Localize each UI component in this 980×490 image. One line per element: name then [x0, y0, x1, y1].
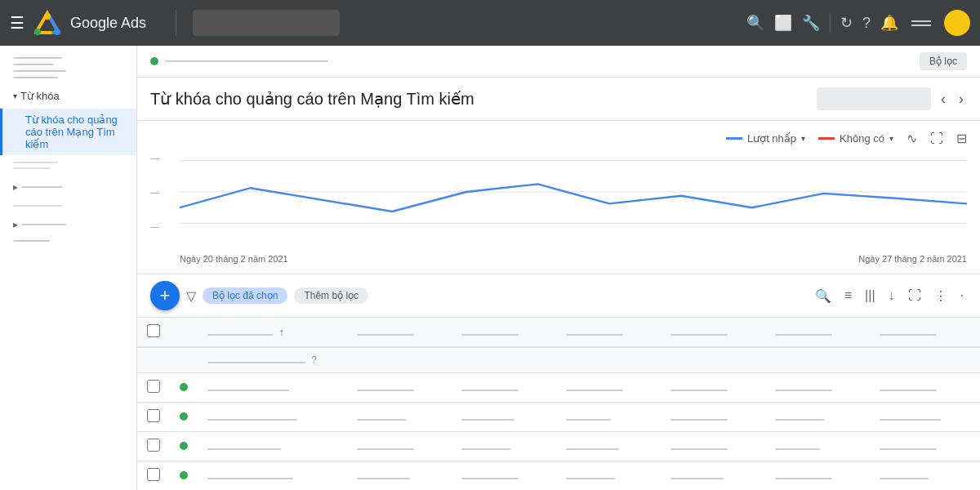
sort-arrow-icon: ↑ [279, 327, 284, 338]
y-label-mid: — [150, 187, 175, 197]
expand-chart-icon[interactable]: ⛶ [930, 131, 943, 146]
columns-icon-btn[interactable]: ≡ [841, 288, 855, 303]
chart-area: Lượt nhấp ▾ Không có ▾ ∿ ⛶ ⊟ — — — [137, 121, 980, 274]
add-button[interactable]: + [150, 281, 180, 310]
legend-clicks-label: Lượt nhấp [747, 132, 796, 145]
sidebar: ▾ Từ khóa Từ khóa cho quảng cáo trên Mạn… [0, 46, 137, 490]
legend-dropdown-clicks[interactable]: ▾ [801, 134, 805, 143]
y-label-bottom: — [150, 221, 175, 231]
topnav-divider2 [830, 13, 831, 33]
svg-point-4 [54, 29, 60, 35]
sidebar-group-1[interactable]: ▸ [0, 176, 136, 198]
trend-icon[interactable]: ∿ [906, 131, 917, 146]
y-label-top: — [150, 153, 175, 163]
date-end: Ngày 27 tháng 2 năm 2021 [858, 254, 967, 264]
filter-button[interactable]: Bộ lọc [920, 52, 967, 70]
filter-pill-1[interactable]: Bộ lọc đã chọn [203, 287, 287, 304]
row-status-dot [180, 471, 188, 479]
date-start: Ngày 20 tháng 2 năm 2021 [180, 254, 288, 264]
table-subheader-row: ? [137, 347, 980, 373]
sidebar-subitem-label: Từ khóa cho quảng cáo trên Mạng Tìm kiếm [25, 114, 118, 150]
table-row [137, 461, 980, 491]
page-header: Từ khóa cho quảng cáo trên Mạng Tìm kiếm… [137, 78, 980, 121]
row-status-dot [180, 383, 188, 391]
page-title: Từ khóa cho quảng cáo trên Mạng Tìm kiếm [150, 89, 817, 109]
download-icon-btn[interactable]: ↓ [885, 288, 898, 303]
chevron-right-icon-2: ▸ [13, 219, 18, 230]
header-col3 [452, 318, 556, 347]
avatar[interactable] [944, 10, 970, 36]
sidebar-line-4 [0, 77, 136, 78]
legend-dropdown-none[interactable]: ▾ [889, 134, 893, 143]
sidebar-group-2[interactable]: ▸ [0, 214, 136, 235]
table-row [137, 432, 980, 461]
header-col4 [556, 318, 661, 347]
tools-icon[interactable]: 🔧 [802, 14, 820, 32]
header-keyword[interactable]: ↑ [198, 318, 347, 347]
next-button[interactable]: › [956, 91, 967, 108]
svg-point-3 [44, 13, 51, 20]
chart-y-labels: — — — [150, 153, 175, 231]
more-icon-btn[interactable]: ⋮ [931, 288, 951, 304]
table-row [137, 403, 980, 432]
hamburger-icon[interactable]: ☰ [10, 13, 24, 33]
header-checkbox [137, 318, 170, 347]
google-ads-logo [34, 10, 60, 36]
row-checkbox[interactable] [147, 468, 160, 481]
sidebar-line-bottom [0, 240, 136, 242]
sidebar-sublines [0, 155, 136, 176]
sidebar-section-label: Từ khóa [20, 90, 60, 102]
row-checkbox[interactable] [147, 439, 160, 452]
search-bar[interactable] [193, 10, 340, 36]
account-lines[interactable] [911, 20, 931, 26]
chevron-down-icon: ▾ [13, 91, 17, 100]
chart-icon-btn[interactable]: ||| [862, 288, 878, 303]
help-icon-subheader[interactable]: ? [311, 354, 317, 366]
legend-item-clicks: Lượt nhấp ▾ [726, 132, 805, 145]
prev-button[interactable]: ‹ [938, 91, 949, 108]
chevron-right-icon: ▸ [13, 181, 18, 193]
legend-none-label: Không có [840, 132, 884, 145]
chart-wrapper: — — — [150, 153, 967, 251]
sidebar-line-2 [0, 64, 136, 65]
topnav-icons: 🔍 ⬜ 🔧 ↻ ? 🔔 [746, 10, 970, 36]
settings-chart-icon[interactable]: ⊟ [956, 131, 967, 146]
page-header-actions: ‹ › [817, 87, 967, 110]
table-row [137, 373, 980, 403]
filter-icon[interactable]: ▽ [186, 288, 196, 304]
reports-icon[interactable]: ⬜ [774, 14, 792, 32]
refresh-icon[interactable]: ↻ [840, 14, 853, 32]
sidebar-line-3 [0, 70, 136, 72]
sidebar-sub-lines-2 [0, 198, 136, 214]
dots-icon-btn[interactable]: · [957, 288, 967, 303]
header-col2 [347, 318, 452, 347]
row-checkbox[interactable] [147, 409, 160, 422]
legend-line-red [818, 137, 835, 140]
app-title: Google Ads [70, 15, 146, 32]
breadcrumb-bar: Bộ lọc [137, 46, 980, 78]
expand-icon-btn[interactable]: ⛶ [905, 288, 924, 303]
header-status [170, 318, 198, 347]
chart-svg [180, 153, 967, 231]
sidebar-line-1 [0, 57, 136, 59]
filter-pill-2[interactable]: Thêm bộ lọc [294, 287, 368, 304]
help-icon[interactable]: ? [862, 15, 871, 32]
header-col6 [765, 318, 870, 347]
search-icon[interactable]: 🔍 [746, 14, 764, 32]
breadcrumb-line [165, 60, 328, 62]
legend-item-none: Không có ▾ [818, 132, 893, 145]
toolbar: + ▽ Bộ lọc đã chọn Thêm bộ lọc 🔍 ≡ ||| ↓… [137, 274, 980, 318]
row-status-dot [180, 442, 188, 450]
legend-line-blue [726, 137, 742, 140]
select-all-checkbox[interactable] [147, 324, 160, 337]
sidebar-section-keywords[interactable]: ▾ Từ khóa [0, 83, 136, 109]
main-content: Bộ lọc Từ khóa cho quảng cáo trên Mạng T… [137, 46, 980, 490]
sidebar-item-search-keywords[interactable]: Từ khóa cho quảng cáo trên Mạng Tìm kiếm [0, 109, 136, 155]
row-checkbox[interactable] [147, 380, 160, 393]
table-wrapper: ↑ ? [137, 318, 980, 490]
search-icon-btn[interactable]: 🔍 [812, 288, 835, 304]
bell-icon[interactable]: 🔔 [880, 14, 898, 32]
nav-bar [817, 87, 931, 110]
layout: ▾ Từ khóa Từ khóa cho quảng cáo trên Mạn… [0, 46, 980, 490]
row-status-dot [180, 412, 188, 421]
